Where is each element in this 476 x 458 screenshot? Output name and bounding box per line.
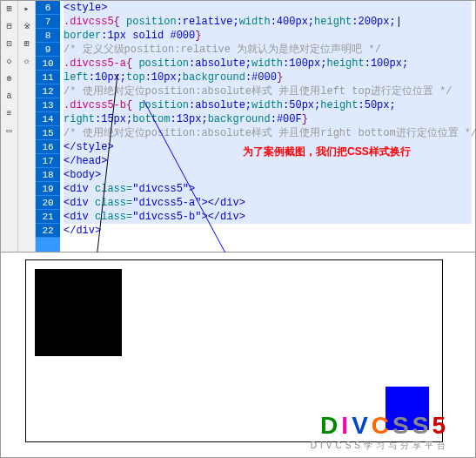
code-line: <div class="divcss5-a"></div> <box>64 196 472 210</box>
tool-icon[interactable]: ⊕ <box>3 72 16 84</box>
code-line: left:10px;top:10px;background:#000} <box>64 71 472 84</box>
code-line: border:1px solid #000} <box>64 29 472 43</box>
code-line: <style> <box>64 1 472 15</box>
tool-icon[interactable]: ≡ <box>3 107 16 119</box>
left-toolbar-1: ⊞ ⊟ ⊡ ◇ ⊕ a ≡ ▭ <box>1 1 18 252</box>
tool-icon[interactable]: ☼ <box>21 55 33 67</box>
code-editor: ⊞ ⊟ ⊡ ◇ ⊕ a ≡ ▭ ▸ ※ ⊞ ☼ 6789 10111213 14… <box>0 0 476 253</box>
tool-icon[interactable]: ⊡ <box>3 37 16 50</box>
watermark: DIVCSS5 DIVCSS学习与分享平台 <box>311 412 449 452</box>
code-line: <div class="divcss5"> <box>64 182 472 196</box>
tool-icon[interactable]: ⊟ <box>3 20 16 32</box>
left-toolbar-2: ▸ ※ ⊞ ☼ <box>18 1 36 252</box>
code-line: .divcss5-a{ position:absolute;width:100p… <box>64 57 472 71</box>
code-line: .divcss5-b{ position:absolute;width:50px… <box>64 98 472 112</box>
code-content[interactable]: <style> .divcss5{ position:relative;widt… <box>60 1 475 252</box>
tool-icon[interactable]: ◇ <box>3 55 16 67</box>
code-line: <div class="divcss5-b"></div> <box>64 210 472 224</box>
line-gutter: 6789 10111213 14151617 18192021 22 <box>36 1 60 252</box>
code-line: <body> <box>64 168 472 182</box>
tool-icon[interactable]: ※ <box>21 20 33 32</box>
code-line: /* 使用绝对定位position:absolute样式 并且使用right b… <box>64 126 472 140</box>
tool-icon[interactable]: ⊞ <box>21 37 33 50</box>
code-line: /* 定义父级position:relative 为就认为是绝对定位声明吧 */ <box>64 43 472 57</box>
code-line: .divcss5{ position:relative;width:400px;… <box>64 15 472 29</box>
tool-icon[interactable]: ⊞ <box>3 3 16 15</box>
code-line: /* 使用绝对定位position:absolute样式 并且使用left to… <box>64 84 472 98</box>
preview-pane: DIVCSS5 DIVCSS学习与分享平台 <box>0 253 476 458</box>
tool-icon[interactable]: ▸ <box>21 3 33 15</box>
tool-icon[interactable]: ▭ <box>3 125 16 137</box>
black-box-a <box>35 269 122 356</box>
code-line: right:15px;bottom:13px;background:#00F} <box>64 112 472 126</box>
annotation-text: 为了案例截图，我们把CSS样式换行 <box>243 145 411 159</box>
tool-icon[interactable]: a <box>3 90 16 102</box>
code-line: </div> <box>64 224 472 238</box>
